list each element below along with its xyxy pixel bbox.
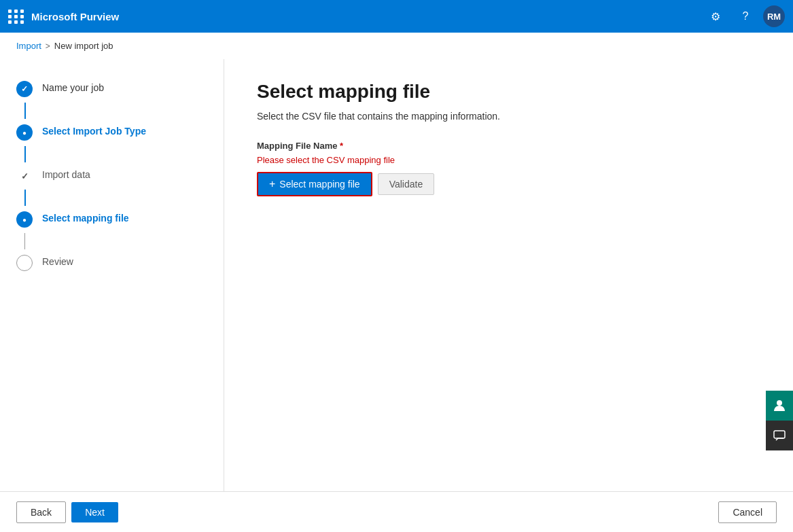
step-label-select-import-job-type: Select Import Job Type <box>42 126 146 137</box>
validate-button-label: Validate <box>389 179 423 190</box>
floating-right-panel <box>766 391 793 450</box>
bottom-bar: Back Next Cancel <box>0 491 793 532</box>
connector-4 <box>24 233 25 249</box>
next-button[interactable]: Next <box>71 502 118 522</box>
content-description: Select the CSV file that contains the ma… <box>257 111 760 122</box>
step-icon-name-your-job: ✓ <box>16 81 33 97</box>
topbar-right: ⚙ ? RM <box>703 4 785 29</box>
step-name-your-job[interactable]: ✓ Name your job <box>0 75 224 103</box>
step-icon-select-import-job-type: ● <box>16 124 33 141</box>
help-icon[interactable]: ? <box>733 4 758 29</box>
breadcrumb-current: New import job <box>54 41 113 51</box>
step-icon-select-mapping-file: ● <box>16 211 33 228</box>
connector-1 <box>24 103 26 119</box>
cancel-button[interactable]: Cancel <box>718 501 777 523</box>
field-label-text: Mapping File Name <box>257 141 337 151</box>
topbar: Microsoft Purview ⚙ ? RM <box>0 0 793 33</box>
required-star: * <box>340 141 343 151</box>
connector-2 <box>24 146 26 162</box>
app-title: Microsoft Purview <box>31 11 703 22</box>
connector-3 <box>24 190 26 206</box>
grid-menu-icon[interactable] <box>8 8 24 24</box>
error-message: Please select the CSV mapping file <box>257 155 760 165</box>
step-label-select-mapping-file: Select mapping file <box>42 213 129 224</box>
step-label-name-your-job: Name your job <box>42 82 104 93</box>
avatar[interactable]: RM <box>763 5 785 27</box>
step-import-data[interactable]: ✓ Import data <box>0 162 224 190</box>
select-mapping-button-label: Select mapping file <box>279 179 359 190</box>
field-label-mapping: Mapping File Name * <box>257 141 760 151</box>
mapping-file-field: Mapping File Name * Please select the CS… <box>257 141 760 196</box>
content-title: Select mapping file <box>257 81 760 103</box>
floating-person-button[interactable] <box>766 391 793 421</box>
breadcrumb-separator: > <box>46 41 50 51</box>
breadcrumb-parent[interactable]: Import <box>16 41 41 51</box>
breadcrumb: Import > New import job <box>0 33 793 59</box>
back-button[interactable]: Back <box>16 501 66 523</box>
content-area: Select mapping file Select the CSV file … <box>224 59 793 491</box>
svg-point-0 <box>777 400 782 406</box>
step-icon-import-data: ✓ <box>16 168 33 184</box>
step-select-mapping-file[interactable]: ● Select mapping file <box>0 206 224 233</box>
select-mapping-file-button[interactable]: + Select mapping file <box>257 172 372 196</box>
step-icon-review <box>16 255 33 271</box>
validate-button[interactable]: Validate <box>378 173 435 195</box>
step-label-review: Review <box>42 256 73 267</box>
step-review[interactable]: Review <box>0 249 224 277</box>
main-area: ✓ Name your job ● Select Import Job Type… <box>0 59 793 491</box>
settings-icon[interactable]: ⚙ <box>703 4 728 29</box>
file-action-buttons: + Select mapping file Validate <box>257 172 760 196</box>
steps-panel: ✓ Name your job ● Select Import Job Type… <box>0 59 224 491</box>
floating-chat-button[interactable] <box>766 421 793 450</box>
svg-rect-1 <box>774 431 785 438</box>
step-label-import-data: Import data <box>42 169 90 180</box>
plus-icon: + <box>269 178 275 190</box>
step-select-import-job-type[interactable]: ● Select Import Job Type <box>0 119 224 146</box>
